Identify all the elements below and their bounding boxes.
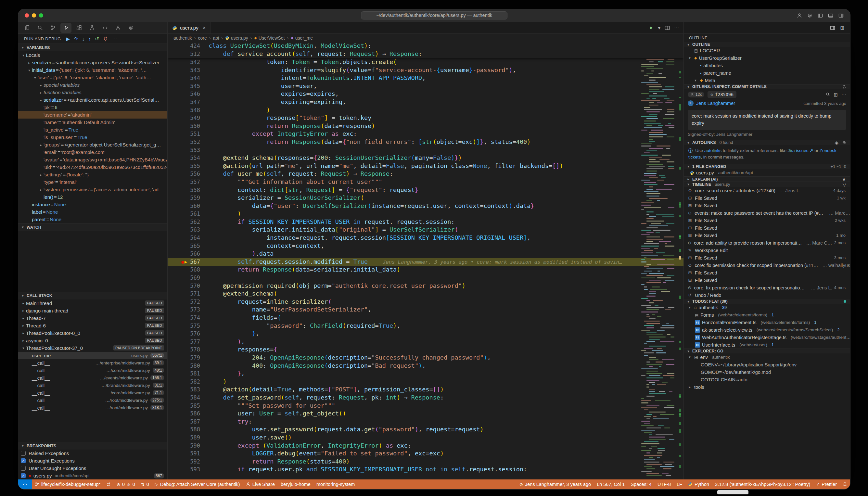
customize-layout-icon[interactable]: ⊞ (840, 25, 844, 30)
code-line[interactable]: 512 def service_account(self, request: R… (168, 50, 683, 58)
code-line[interactable]: 591 LOGGER.debug(event="Failed to set pa… (168, 450, 683, 458)
timeline-item[interactable]: ⊟File Saved3 mos (684, 254, 850, 262)
code-line[interactable]: 567●▶ self.request.session.modified = Tr… (168, 258, 683, 266)
indentation[interactable]: Spaces: 4 (627, 479, 654, 489)
variable-row[interactable]: ▾Locals (18, 51, 167, 59)
thread-row[interactable]: ▸django-main-threadPAUSED (18, 307, 167, 314)
accounts-icon[interactable] (112, 23, 123, 33)
variable-row[interactable]: label = None (18, 208, 167, 216)
code-line[interactable]: 549 response["token"] = token.key (168, 114, 683, 122)
python-interpreter[interactable]: 3.12.8 ('authentik-xEAhpGPh-py3.12': Poe… (712, 479, 813, 489)
todos-file-row[interactable]: TSWebAuthnAuthenticatorRegisterStage.ts(… (684, 334, 850, 341)
code-line[interactable]: 583 @action(detail=True, methods=["POST"… (168, 386, 683, 394)
code-line[interactable]: 561 ) (168, 210, 683, 218)
variable-row[interactable]: 'name' = 'authentik Default Admin' (18, 119, 167, 126)
timeline-item[interactable]: ⊟File Saved1 wk (684, 194, 850, 202)
timeline-item[interactable]: ⊟File Saved (684, 276, 850, 284)
variable-row[interactable]: 'is_superuser' = True (18, 134, 167, 141)
variable-row[interactable]: 'avatar' = 'data:image/svg+xml;base64,PH… (18, 156, 167, 164)
continue-icon[interactable]: ▶ (66, 36, 70, 41)
filter-icon[interactable]: ▽ (842, 182, 846, 187)
commit-author-link[interactable]: Jens Langhammer (696, 101, 735, 106)
code-line[interactable]: 581 }, (168, 370, 683, 378)
formatter[interactable]: ✓Prettier (813, 479, 840, 489)
code-line[interactable]: 592 return Response(status=400) (168, 458, 683, 466)
thread-row[interactable]: ▸asyncio_0PAUSED (18, 337, 167, 344)
todos-file-row[interactable]: ▤Forms(web/src/elements/forms)1 (684, 311, 850, 319)
command-center[interactable]: ~/dev/authentik/authentik/core/api/users… (361, 11, 508, 19)
go-tools-row[interactable]: ▸tools (684, 383, 850, 391)
variable-row[interactable]: parent = None (18, 216, 167, 223)
cursor-position[interactable]: Ln 567, Col 1 (594, 479, 627, 489)
variables-section-header[interactable]: ▾VARIABLES (18, 44, 167, 51)
code-line[interactable]: 578 responses={ (168, 346, 683, 354)
variable-row[interactable]: ▸'settings' = {'locale': ''} (18, 171, 167, 178)
variable-row[interactable]: ▸'groups' = <generator object UserSelfSe… (18, 141, 167, 149)
manage-icon[interactable] (125, 23, 137, 33)
breadcrumb-item[interactable]: ◆user_me (291, 35, 313, 41)
pin-icon[interactable]: ⊞ (834, 92, 838, 97)
toggle-primary-side-bar-icon[interactable] (818, 13, 823, 18)
beryjuio-home[interactable]: beryjuio-home (278, 479, 313, 489)
breadcrumb-item[interactable]: core (198, 35, 207, 41)
code-line[interactable]: 571 @extend_schema( (168, 290, 683, 298)
sync-changes[interactable] (103, 479, 114, 489)
code-line[interactable]: 557 """Get information about current use… (168, 178, 683, 186)
todos-root-row[interactable]: ▾⌂authentik39 (684, 304, 850, 311)
variable-row[interactable]: ▾'user' = {'pk': 6, 'username': 'akadmin… (18, 74, 167, 81)
todos-file-row[interactable]: TSak-search-select-view.ts(web/src/eleme… (684, 326, 850, 334)
variable-row[interactable]: 'email' = 'root@example.com' (18, 149, 167, 156)
go-env-row[interactable]: ▾⊞envauthentik (684, 353, 850, 361)
stack-frame-row[interactable]: __call__…/root/middleware.py275:1 (18, 397, 167, 404)
code-line[interactable]: 575 "password": CharField(required=True)… (168, 322, 683, 330)
code-line[interactable]: 559 serializer = SessionUserSerializer( (168, 194, 683, 202)
stack-frame-row[interactable]: __call__…/enterprise/middleware.py39:1 (18, 359, 167, 367)
code-line[interactable]: 576 }, (168, 330, 683, 338)
breadcrumb-item[interactable]: api (213, 35, 219, 41)
settings-gear-icon[interactable] (807, 13, 812, 18)
code-line[interactable]: 587 try: (168, 418, 683, 426)
timeline-item[interactable]: ⊟File Saved (684, 202, 850, 209)
source-control-icon[interactable] (47, 23, 59, 33)
code-line[interactable]: 585 """Set password for user""" (168, 402, 683, 410)
minimize-button[interactable] (32, 13, 36, 17)
go-env-var[interactable]: GOMOD=~/dev/authentik/go.mod (684, 368, 850, 376)
code-line[interactable]: 586 user: User = self.get_object() (168, 409, 683, 418)
editor-actions-more-icon[interactable]: ⋯ (674, 25, 679, 30)
stack-frame-row[interactable]: __call__…/brands/middleware.py31:1 (18, 382, 167, 389)
stack-frame-row[interactable]: __call__…/core/middleware.py71:1 (18, 389, 167, 397)
variable-row[interactable]: 'username' = 'akadmin' (18, 111, 167, 119)
variable-row[interactable]: ▸special variables (18, 81, 167, 89)
variable-row[interactable]: 'type' = 'internal' (18, 178, 167, 186)
timeline-item[interactable]: ⊙core: fix permission check for scoped i… (684, 284, 850, 291)
breadcrumb-item[interactable]: ◆UserViewSet (254, 35, 284, 41)
breakpoint-checkbox[interactable]: ✓ (21, 473, 26, 478)
go-env-var[interactable]: GOENV=~/Library/Application Support/go/e… (684, 361, 850, 368)
code-line[interactable]: 562 if SESSION_KEY_IMPERSONATE_USER in r… (168, 218, 683, 226)
code-line[interactable]: 582 ) (168, 378, 683, 386)
changed-file-row[interactable]: users.pyauthentik/core/api (684, 169, 850, 176)
call-stack-section-header[interactable]: ▾CALL STACK (18, 292, 167, 299)
remote-explorer-icon[interactable] (99, 23, 110, 33)
code-line[interactable]: 544 intent=TokenIntents.INTENT_APP_PASSW… (168, 74, 683, 82)
breakpoint-checkbox[interactable] (21, 466, 26, 471)
variable-row[interactable]: ▾initial_data = {'user': {'pk': 6, 'user… (18, 66, 167, 74)
autolink-link[interactable]: autolinks (704, 148, 722, 153)
breakpoint-row[interactable]: Raised Exceptions (18, 450, 167, 457)
restart-icon[interactable]: ↺ (95, 36, 99, 41)
code-line[interactable]: 551 except IntegrityError as exc: (168, 130, 683, 138)
code-line[interactable]: 584 def set_password(self, request: Requ… (168, 394, 683, 402)
breakpoint-row[interactable]: ✓●users.pyauthentik/core/api567 (18, 472, 167, 479)
git-branch[interactable]: lifecycle/fix-debugger-setup* (32, 479, 103, 489)
toggle-secondary-side-bar-icon[interactable] (830, 25, 835, 31)
code-line[interactable]: 556 def user_me(self, request: Request) … (168, 170, 683, 178)
watch-section-header[interactable]: ▾WATCH (18, 223, 167, 231)
breakpoint-checkbox[interactable]: ✓ (21, 458, 26, 463)
code-line[interactable]: 542 token: Token = Token.objects.create( (168, 58, 683, 66)
notifications[interactable] (840, 479, 850, 489)
variable-row[interactable]: 'pk' = 6 (18, 104, 167, 111)
code-line[interactable]: 573 name="UserPasswordSetSerializer", (168, 306, 683, 314)
breadcrumb-item[interactable]: authentik (173, 35, 192, 41)
timeline-item[interactable]: ✎Workspace Edit (684, 247, 850, 254)
outline-item[interactable]: ▪attributes (684, 62, 850, 69)
